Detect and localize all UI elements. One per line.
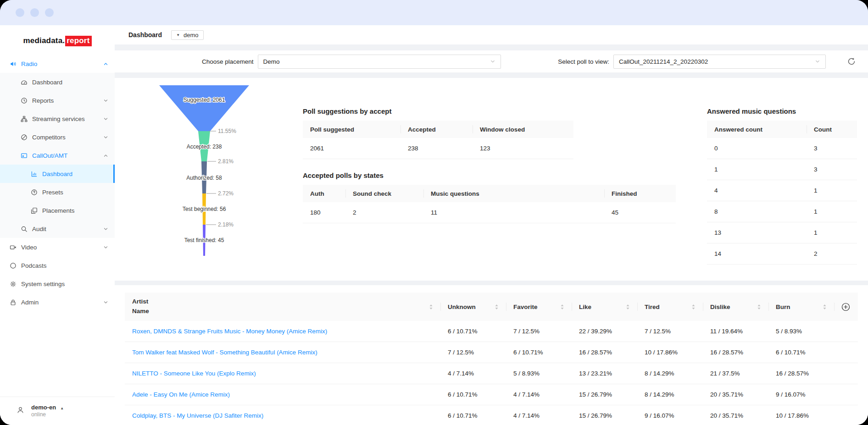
column-header: Count [807,121,857,138]
column-header-like[interactable]: Like [572,293,637,321]
sorter-icon[interactable] [691,304,696,310]
column-header-dislike[interactable]: Dislike [703,293,768,321]
column-header-unknown[interactable]: Unknown [440,293,506,321]
page-title: Dashboard [128,31,162,39]
sorter-icon[interactable] [626,304,630,310]
user-menu[interactable]: demo-en online ▲ [0,397,115,425]
placement-select[interactable]: Demo [258,55,501,69]
plus-circle-icon[interactable] [841,303,850,311]
sidebar-item-admin[interactable]: Admin [0,293,115,311]
window-control-dot [16,8,24,17]
sidebar-item-video[interactable]: Video [0,238,115,256]
funnel-rate-3: 2.72% [218,190,234,197]
env-select-value: demo [184,32,199,39]
poll-label: Select poll to view: [558,58,609,65]
chevron-up-icon [103,153,108,158]
chevron-down-icon [103,226,108,232]
sidebar-item-presets[interactable]: Presets [0,183,115,201]
window-titlebar [0,0,868,25]
sorter-icon[interactable] [560,304,564,310]
sidebar-item-placements[interactable]: Placements [0,201,115,220]
column-header-burn[interactable]: Burn [768,293,834,321]
sidebar-item-streaming-services[interactable]: Streaming services [0,110,115,128]
table-row: 13 [707,159,857,180]
song-link[interactable]: Roxen, DMNDS & Strange Fruits Music - Mo… [132,328,327,335]
chevron-down-icon [103,300,108,305]
placement-label: Choose placement [202,58,254,65]
table-row: NILETTO - Someone Like You (Explo Remix)… [125,363,858,384]
share-icon [21,116,28,122]
sidebar-item-podcasts[interactable]: Podcasts [0,256,115,275]
poll-select[interactable]: CallOut_20211214_2_20220302 [613,55,826,69]
funnel-label-authorized: Authorized: 58 [186,175,222,181]
funnel-rate-2: 2.81% [218,158,234,165]
logo: mediadata.report [0,32,115,50]
song-link[interactable]: Coldplay, BTS - My Universe (DJ Safiter … [132,412,263,419]
funnel-rate-4: 2.18% [218,221,234,228]
sidebar-item-system-settings[interactable]: System settings [0,275,115,293]
column-header: Sound check [345,185,423,202]
filter-panel: Choose placement Demo Select poll to vie… [115,50,868,72]
sidebar-menu: Radio Dashboard Reports Str [0,55,115,311]
reload-icon[interactable] [847,57,856,66]
chevron-up-icon [103,61,108,66]
chevron-down-icon [103,116,108,121]
user-icon [17,406,24,416]
sorter-icon[interactable] [429,304,433,310]
sorter-icon[interactable] [495,304,499,310]
funnel-stage-suggested [159,85,249,131]
sidebar-item-callout-amt[interactable]: CallOut/AMT [0,146,115,165]
chevron-down-icon [103,245,108,250]
sidebar-item-competitors[interactable]: Competitors [0,128,115,146]
song-link[interactable]: Adele - Easy On Me (Amice Remix) [132,391,230,398]
dashboard-icon [21,79,28,86]
placement-select-value: Demo [263,58,280,65]
sidebar-item-dashboard[interactable]: Dashboard [0,73,115,91]
stats-panel: Suggested: 2061 Accepted: 238 Authorized… [115,78,868,281]
sidebar-item-radio[interactable]: Radio [0,55,115,73]
song-link[interactable]: Tom Walker feat Masked Wolf - Something … [132,349,317,356]
app-window: mediadata.report Radio Dashboard Reports [0,0,868,425]
logo-text-black: mediadata. [23,36,65,45]
sidebar-item-audit[interactable]: Audit [0,220,115,238]
answered-questions-table: Answered count Count 03 13 41 81 131 142 [707,121,857,265]
column-header: Window closed [473,121,573,138]
poll-suggestions-table: Poll suggested Accepted Window closed 20… [303,121,573,159]
answered-questions-title: Answered music questions [707,107,857,115]
table-row: 03 [707,138,857,159]
column-header-favorite[interactable]: Favorite [506,293,572,321]
content-area: Dashboard ▼ demo Choose placement Demo S… [115,25,868,425]
table-row: 2061 238 123 [303,138,573,159]
chevron-down-icon [103,135,108,140]
callout-icon [21,152,28,159]
table-row: Coldplay, BTS - My Universe (DJ Safiter … [125,405,858,425]
window-control-dot [30,8,39,17]
sorter-icon[interactable] [823,304,827,310]
table-row: 142 [707,243,857,265]
sorter-icon[interactable] [757,304,761,310]
compass-icon [21,134,28,141]
accepted-polls-title: Accepted polls by states [303,171,676,179]
table-row: 131 [707,222,857,243]
funnel-label-test-finished: Test finished: 45 [184,237,224,243]
funnel-chart: Suggested: 2061 Accepted: 238 Authorized… [131,83,278,259]
sound-icon [10,61,17,67]
env-select[interactable]: ▼ demo [171,30,203,40]
column-header: Auth [303,185,345,202]
sidebar-item-callout-dashboard[interactable]: Dashboard [0,165,115,183]
funnel-label-accepted: Accepted: 238 [187,144,222,150]
column-header-artist-name[interactable]: Artist Name [125,293,440,321]
song-link[interactable]: NILETTO - Someone Like You (Explo Remix) [132,370,256,377]
column-header: Poll suggested [303,121,401,138]
chevron-down-icon [815,59,820,64]
question-circle-icon [31,189,38,196]
sidebar-item-reports[interactable]: Reports [0,91,115,110]
bar-chart-icon [31,171,38,177]
column-header-tired[interactable]: Tired [637,293,703,321]
caret-down-icon: ▼ [176,33,180,37]
table-row: Tom Walker feat Masked Wolf - Something … [125,342,858,363]
funnel-rate-1: 11.55% [218,128,236,134]
poll-select-value: CallOut_20211214_2_20220302 [619,58,708,65]
sidebar: mediadata.report Radio Dashboard Reports [0,25,115,425]
user-status: online [31,411,56,418]
